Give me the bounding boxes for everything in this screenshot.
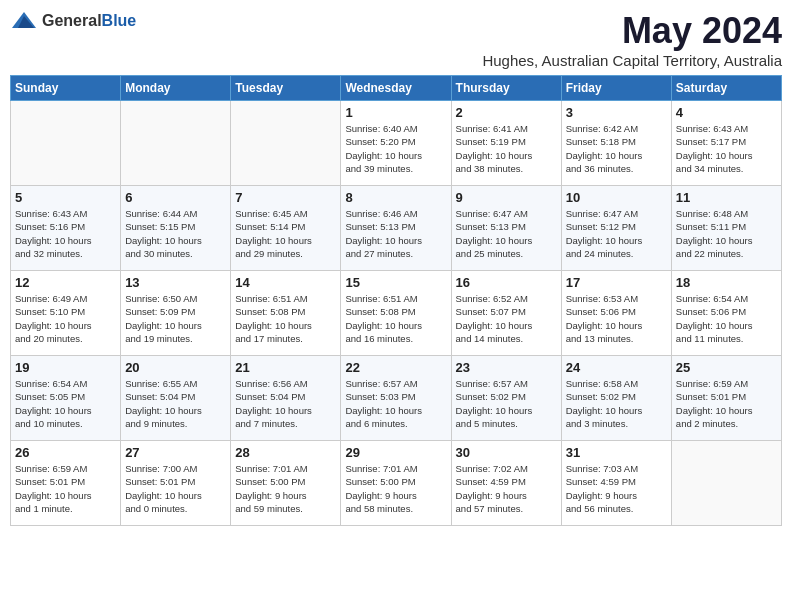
calendar-cell: 27Sunrise: 7:00 AM Sunset: 5:01 PM Dayli…: [121, 441, 231, 526]
day-number: 18: [676, 275, 777, 290]
calendar-cell: 18Sunrise: 6:54 AM Sunset: 5:06 PM Dayli…: [671, 271, 781, 356]
weekday-header-friday: Friday: [561, 76, 671, 101]
day-info: Sunrise: 6:51 AM Sunset: 5:08 PM Dayligh…: [235, 292, 336, 345]
day-info: Sunrise: 6:52 AM Sunset: 5:07 PM Dayligh…: [456, 292, 557, 345]
week-row-2: 5Sunrise: 6:43 AM Sunset: 5:16 PM Daylig…: [11, 186, 782, 271]
weekday-header-thursday: Thursday: [451, 76, 561, 101]
logo-blue: Blue: [102, 12, 137, 29]
calendar-cell: 1Sunrise: 6:40 AM Sunset: 5:20 PM Daylig…: [341, 101, 451, 186]
day-number: 3: [566, 105, 667, 120]
day-info: Sunrise: 6:47 AM Sunset: 5:12 PM Dayligh…: [566, 207, 667, 260]
calendar-cell: 17Sunrise: 6:53 AM Sunset: 5:06 PM Dayli…: [561, 271, 671, 356]
calendar-cell: 31Sunrise: 7:03 AM Sunset: 4:59 PM Dayli…: [561, 441, 671, 526]
day-info: Sunrise: 7:03 AM Sunset: 4:59 PM Dayligh…: [566, 462, 667, 515]
calendar-cell: 10Sunrise: 6:47 AM Sunset: 5:12 PM Dayli…: [561, 186, 671, 271]
day-number: 27: [125, 445, 226, 460]
day-number: 21: [235, 360, 336, 375]
logo-icon: [10, 10, 38, 32]
calendar-cell: 28Sunrise: 7:01 AM Sunset: 5:00 PM Dayli…: [231, 441, 341, 526]
calendar-cell: 11Sunrise: 6:48 AM Sunset: 5:11 PM Dayli…: [671, 186, 781, 271]
day-number: 25: [676, 360, 777, 375]
day-number: 15: [345, 275, 446, 290]
calendar-cell: 9Sunrise: 6:47 AM Sunset: 5:13 PM Daylig…: [451, 186, 561, 271]
day-number: 30: [456, 445, 557, 460]
day-info: Sunrise: 7:02 AM Sunset: 4:59 PM Dayligh…: [456, 462, 557, 515]
calendar-cell: [121, 101, 231, 186]
weekday-header-wednesday: Wednesday: [341, 76, 451, 101]
week-row-3: 12Sunrise: 6:49 AM Sunset: 5:10 PM Dayli…: [11, 271, 782, 356]
day-number: 14: [235, 275, 336, 290]
week-row-4: 19Sunrise: 6:54 AM Sunset: 5:05 PM Dayli…: [11, 356, 782, 441]
day-number: 12: [15, 275, 116, 290]
day-info: Sunrise: 6:57 AM Sunset: 5:02 PM Dayligh…: [456, 377, 557, 430]
calendar-cell: [11, 101, 121, 186]
day-info: Sunrise: 6:53 AM Sunset: 5:06 PM Dayligh…: [566, 292, 667, 345]
calendar-cell: 25Sunrise: 6:59 AM Sunset: 5:01 PM Dayli…: [671, 356, 781, 441]
calendar-cell: 7Sunrise: 6:45 AM Sunset: 5:14 PM Daylig…: [231, 186, 341, 271]
logo-general: General: [42, 12, 102, 29]
day-number: 19: [15, 360, 116, 375]
weekday-header-row: SundayMondayTuesdayWednesdayThursdayFrid…: [11, 76, 782, 101]
day-number: 8: [345, 190, 446, 205]
calendar-cell: [671, 441, 781, 526]
day-number: 4: [676, 105, 777, 120]
day-info: Sunrise: 6:59 AM Sunset: 5:01 PM Dayligh…: [15, 462, 116, 515]
day-info: Sunrise: 6:47 AM Sunset: 5:13 PM Dayligh…: [456, 207, 557, 260]
logo-text: GeneralBlue: [42, 12, 136, 30]
day-info: Sunrise: 6:41 AM Sunset: 5:19 PM Dayligh…: [456, 122, 557, 175]
day-number: 7: [235, 190, 336, 205]
day-info: Sunrise: 7:00 AM Sunset: 5:01 PM Dayligh…: [125, 462, 226, 515]
calendar-table: SundayMondayTuesdayWednesdayThursdayFrid…: [10, 75, 782, 526]
calendar-cell: 5Sunrise: 6:43 AM Sunset: 5:16 PM Daylig…: [11, 186, 121, 271]
day-number: 23: [456, 360, 557, 375]
calendar-cell: 30Sunrise: 7:02 AM Sunset: 4:59 PM Dayli…: [451, 441, 561, 526]
title-section: May 2024 Hughes, Australian Capital Terr…: [482, 10, 782, 69]
calendar-cell: 4Sunrise: 6:43 AM Sunset: 5:17 PM Daylig…: [671, 101, 781, 186]
calendar-cell: 21Sunrise: 6:56 AM Sunset: 5:04 PM Dayli…: [231, 356, 341, 441]
calendar-cell: 26Sunrise: 6:59 AM Sunset: 5:01 PM Dayli…: [11, 441, 121, 526]
calendar-cell: 12Sunrise: 6:49 AM Sunset: 5:10 PM Dayli…: [11, 271, 121, 356]
calendar-cell: 24Sunrise: 6:58 AM Sunset: 5:02 PM Dayli…: [561, 356, 671, 441]
day-info: Sunrise: 6:43 AM Sunset: 5:16 PM Dayligh…: [15, 207, 116, 260]
calendar-cell: 22Sunrise: 6:57 AM Sunset: 5:03 PM Dayli…: [341, 356, 451, 441]
day-info: Sunrise: 6:57 AM Sunset: 5:03 PM Dayligh…: [345, 377, 446, 430]
day-info: Sunrise: 6:43 AM Sunset: 5:17 PM Dayligh…: [676, 122, 777, 175]
week-row-1: 1Sunrise: 6:40 AM Sunset: 5:20 PM Daylig…: [11, 101, 782, 186]
weekday-header-sunday: Sunday: [11, 76, 121, 101]
day-number: 9: [456, 190, 557, 205]
day-number: 6: [125, 190, 226, 205]
day-info: Sunrise: 6:42 AM Sunset: 5:18 PM Dayligh…: [566, 122, 667, 175]
calendar-cell: 16Sunrise: 6:52 AM Sunset: 5:07 PM Dayli…: [451, 271, 561, 356]
day-info: Sunrise: 7:01 AM Sunset: 5:00 PM Dayligh…: [345, 462, 446, 515]
month-title: May 2024: [482, 10, 782, 52]
calendar-cell: 2Sunrise: 6:41 AM Sunset: 5:19 PM Daylig…: [451, 101, 561, 186]
day-number: 2: [456, 105, 557, 120]
day-info: Sunrise: 6:49 AM Sunset: 5:10 PM Dayligh…: [15, 292, 116, 345]
day-number: 1: [345, 105, 446, 120]
day-number: 22: [345, 360, 446, 375]
day-info: Sunrise: 6:50 AM Sunset: 5:09 PM Dayligh…: [125, 292, 226, 345]
calendar-cell: 3Sunrise: 6:42 AM Sunset: 5:18 PM Daylig…: [561, 101, 671, 186]
day-number: 31: [566, 445, 667, 460]
day-info: Sunrise: 6:55 AM Sunset: 5:04 PM Dayligh…: [125, 377, 226, 430]
weekday-header-saturday: Saturday: [671, 76, 781, 101]
day-info: Sunrise: 6:54 AM Sunset: 5:05 PM Dayligh…: [15, 377, 116, 430]
calendar-cell: 8Sunrise: 6:46 AM Sunset: 5:13 PM Daylig…: [341, 186, 451, 271]
day-number: 29: [345, 445, 446, 460]
day-number: 17: [566, 275, 667, 290]
calendar-cell: 15Sunrise: 6:51 AM Sunset: 5:08 PM Dayli…: [341, 271, 451, 356]
day-info: Sunrise: 6:46 AM Sunset: 5:13 PM Dayligh…: [345, 207, 446, 260]
day-info: Sunrise: 6:56 AM Sunset: 5:04 PM Dayligh…: [235, 377, 336, 430]
weekday-header-monday: Monday: [121, 76, 231, 101]
day-number: 28: [235, 445, 336, 460]
day-number: 24: [566, 360, 667, 375]
calendar-cell: [231, 101, 341, 186]
calendar-cell: 19Sunrise: 6:54 AM Sunset: 5:05 PM Dayli…: [11, 356, 121, 441]
calendar-cell: 20Sunrise: 6:55 AM Sunset: 5:04 PM Dayli…: [121, 356, 231, 441]
page-header: GeneralBlue May 2024 Hughes, Australian …: [10, 10, 782, 69]
day-number: 16: [456, 275, 557, 290]
day-info: Sunrise: 6:44 AM Sunset: 5:15 PM Dayligh…: [125, 207, 226, 260]
calendar-cell: 13Sunrise: 6:50 AM Sunset: 5:09 PM Dayli…: [121, 271, 231, 356]
calendar-cell: 6Sunrise: 6:44 AM Sunset: 5:15 PM Daylig…: [121, 186, 231, 271]
calendar-cell: 29Sunrise: 7:01 AM Sunset: 5:00 PM Dayli…: [341, 441, 451, 526]
